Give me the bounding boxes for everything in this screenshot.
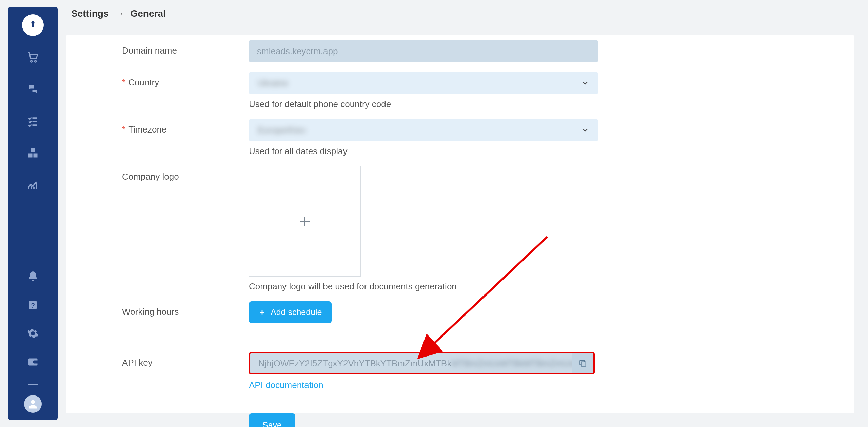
- timezone-label: *Timezone: [66, 119, 249, 157]
- svg-text:?: ?: [31, 302, 35, 309]
- timezone-select[interactable]: Europe/Kiev: [249, 119, 598, 141]
- api-doc-link[interactable]: API documentation: [249, 380, 323, 390]
- logo-help: Company logo will be used for documents …: [249, 281, 598, 292]
- svg-point-0: [31, 61, 32, 62]
- user-avatar[interactable]: [24, 395, 42, 413]
- nav-analytics[interactable]: [26, 178, 39, 191]
- sidebar: ?: [8, 7, 58, 420]
- api-key-label: API key: [66, 352, 249, 390]
- cart-icon: [27, 51, 39, 63]
- country-help: Used for default phone country code: [249, 99, 598, 109]
- arrow-right-icon: →: [115, 8, 124, 19]
- logo-label: Company logo: [66, 166, 249, 292]
- logo-upload[interactable]: [249, 166, 361, 277]
- app-logo[interactable]: [22, 14, 44, 36]
- copy-icon: [578, 359, 587, 368]
- domain-label: Domain name: [66, 40, 249, 62]
- country-select[interactable]: Ukraine: [249, 72, 598, 94]
- timezone-help: Used for all dates display: [249, 146, 598, 157]
- svg-rect-2: [31, 148, 35, 152]
- chart-icon: [27, 179, 39, 191]
- domain-value: smleads.keycrm.app: [257, 46, 338, 57]
- bell-icon: [27, 270, 39, 283]
- save-label: Save: [262, 420, 282, 427]
- country-label: *Country: [66, 72, 249, 109]
- add-schedule-label: Add schedule: [271, 307, 322, 317]
- hours-label: Working hours: [66, 301, 249, 323]
- nav-notifications[interactable]: [26, 270, 39, 283]
- api-key-value: NjhjOWEzY2I5ZTgxY2VhYTBkYTBmZmUxMTBk: [258, 358, 451, 369]
- save-button[interactable]: Save: [249, 413, 295, 427]
- nav-messages[interactable]: [26, 83, 39, 96]
- breadcrumb-section[interactable]: Settings: [71, 8, 108, 19]
- person-icon: [27, 398, 39, 410]
- nav-help[interactable]: ?: [26, 299, 39, 311]
- svg-rect-3: [28, 154, 33, 158]
- gear-icon: [27, 327, 39, 340]
- divider: [120, 335, 800, 335]
- settings-form: Domain name smleads.keycrm.app *Country …: [66, 35, 854, 413]
- nav-settings[interactable]: [26, 327, 39, 340]
- plus-icon: [298, 214, 312, 228]
- api-key-blurred: MTBmZmUxMTBkMTBmZmUxMT: [451, 358, 586, 369]
- nav-wallet[interactable]: [26, 355, 39, 368]
- chevron-down-icon: [581, 126, 589, 134]
- plus-icon: [258, 309, 266, 316]
- svg-point-7: [31, 400, 35, 404]
- nav-tasks[interactable]: [26, 115, 39, 127]
- svg-point-1: [35, 61, 36, 62]
- keyhole-icon: [28, 20, 38, 30]
- domain-input: smleads.keycrm.app: [249, 40, 598, 62]
- sidebar-separator: [28, 384, 38, 385]
- timezone-value: Europe/Kiev: [258, 125, 306, 136]
- checklist-icon: [27, 115, 39, 127]
- add-schedule-button[interactable]: Add schedule: [249, 301, 332, 323]
- chat-icon: [27, 83, 39, 95]
- nav-inventory[interactable]: [26, 146, 39, 159]
- help-icon: ?: [27, 299, 39, 311]
- chevron-down-icon: [581, 79, 589, 87]
- svg-rect-4: [34, 154, 38, 158]
- api-key-field: NjhjOWEzY2I5ZTgxY2VhYTBkYTBmZmUxMTBkMTBm…: [249, 352, 595, 374]
- nav-cart[interactable]: [26, 51, 39, 64]
- country-value: Ukraine: [258, 78, 288, 88]
- wallet-icon: [27, 356, 39, 368]
- copy-api-key-button[interactable]: [572, 353, 593, 373]
- breadcrumb-subsection: General: [130, 8, 165, 19]
- svg-rect-8: [581, 362, 586, 366]
- breadcrumb: Settings → General: [58, 0, 868, 35]
- boxes-icon: [27, 147, 39, 159]
